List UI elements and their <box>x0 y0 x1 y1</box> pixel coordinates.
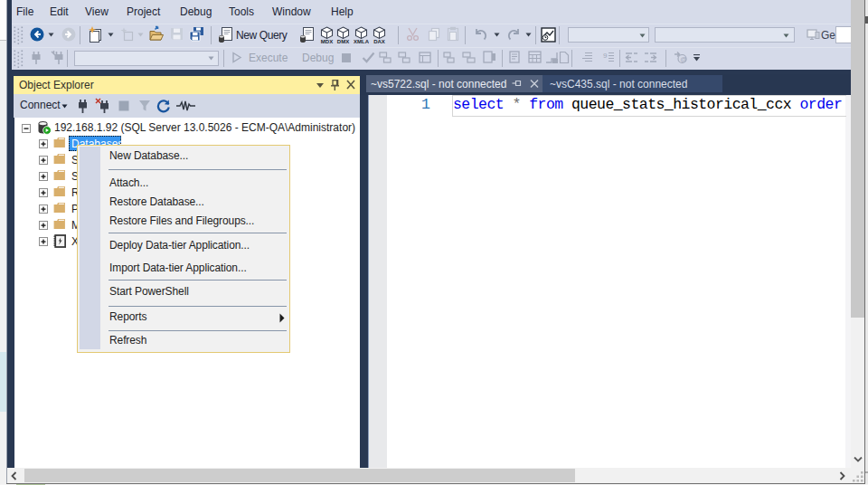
svg-text:9: 9 <box>603 52 608 60</box>
svg-text:DAX: DAX <box>373 39 385 44</box>
svg-text:@: @ <box>680 56 686 62</box>
